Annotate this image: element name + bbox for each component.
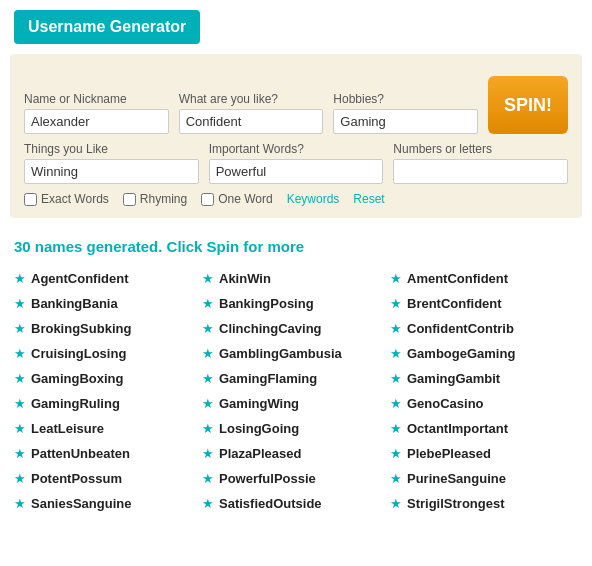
list-item: ★GamingWing [202,394,390,413]
one-word-checkbox[interactable] [201,193,214,206]
list-item: ★ClinchingCaving [202,319,390,338]
reset-link[interactable]: Reset [353,192,384,206]
list-item: ★PlebePleased [390,444,578,463]
options-row: Exact Words Rhyming One Word Keywords Re… [24,192,568,206]
field-important: Important Words? [209,142,384,184]
name-text[interactable]: PurineSanguine [407,471,506,486]
star-icon: ★ [14,496,26,511]
name-text[interactable]: CruisingLosing [31,346,126,361]
list-item: ★BankingBania [14,294,202,313]
star-icon: ★ [390,421,402,436]
list-item: ★LeatLeisure [14,419,202,438]
like-input[interactable] [179,109,324,134]
name-text[interactable]: GamingGambit [407,371,500,386]
name-text[interactable]: PotentPossum [31,471,122,486]
star-icon: ★ [202,471,214,486]
results-count: 30 names generated. Click Spin for more [14,238,578,255]
name-text[interactable]: PlebePleased [407,446,491,461]
name-text[interactable]: ConfidentContrib [407,321,514,336]
star-icon: ★ [202,296,214,311]
list-item: ★LosingGoing [202,419,390,438]
name-text[interactable]: GamingRuling [31,396,120,411]
things-input[interactable] [24,159,199,184]
name-text[interactable]: SatisfiedOutside [219,496,322,511]
name-text[interactable]: BankingBania [31,296,118,311]
name-text[interactable]: PowerfulPossie [219,471,316,486]
name-text[interactable]: OctantImportant [407,421,508,436]
star-icon: ★ [202,346,214,361]
star-icon: ★ [390,346,402,361]
rhyming-option[interactable]: Rhyming [123,192,187,206]
star-icon: ★ [14,346,26,361]
list-item: ★AgentConfident [14,269,202,288]
name-text[interactable]: LeatLeisure [31,421,104,436]
app-header: Username Generator [14,10,200,44]
field-numbers: Numbers or letters [393,142,568,184]
spin-button[interactable]: SPIN! [488,76,568,134]
name-text[interactable]: LosingGoing [219,421,299,436]
name-text[interactable]: AgentConfident [31,271,128,286]
name-input[interactable] [24,109,169,134]
list-item: ★SaniesSanguine [14,494,202,513]
list-item: ★PlazaPleased [202,444,390,463]
numbers-input[interactable] [393,159,568,184]
list-item: ★BankingPosing [202,294,390,313]
name-text[interactable]: PlazaPleased [219,446,301,461]
name-text[interactable]: BrokingSubking [31,321,131,336]
star-icon: ★ [390,371,402,386]
name-text[interactable]: ClinchingCaving [219,321,322,336]
star-icon: ★ [14,271,26,286]
field-things: Things you Like [24,142,199,184]
star-icon: ★ [390,321,402,336]
name-text[interactable]: BrentConfident [407,296,502,311]
one-word-label: One Word [218,192,272,206]
list-item: ★GambogeGaming [390,344,578,363]
field-name-label: Name or Nickname [24,92,169,106]
star-icon: ★ [14,421,26,436]
star-icon: ★ [390,446,402,461]
field-important-label: Important Words? [209,142,384,156]
exact-words-option[interactable]: Exact Words [24,192,109,206]
list-item: ★GenoCasino [390,394,578,413]
name-text[interactable]: GenoCasino [407,396,484,411]
name-text[interactable]: BankingPosing [219,296,314,311]
one-word-option[interactable]: One Word [201,192,272,206]
name-text[interactable]: GamingBoxing [31,371,123,386]
field-name: Name or Nickname [24,92,169,134]
list-item: ★PowerfulPossie [202,469,390,488]
list-item: ★GamingFlaming [202,369,390,388]
results-section: 30 names generated. Click Spin for more … [0,218,592,523]
name-text[interactable]: GamblingGambusia [219,346,342,361]
star-icon: ★ [390,271,402,286]
rhyming-checkbox[interactable] [123,193,136,206]
keywords-link[interactable]: Keywords [287,192,340,206]
names-grid: ★AgentConfident★AkinWin★AmentConfident★B… [14,269,578,513]
name-text[interactable]: StrigilStrongest [407,496,505,511]
list-item: ★GamingGambit [390,369,578,388]
star-icon: ★ [202,396,214,411]
field-hobbies: Hobbies? [333,92,478,134]
rhyming-label: Rhyming [140,192,187,206]
name-text[interactable]: GambogeGaming [407,346,515,361]
name-text[interactable]: GamingFlaming [219,371,317,386]
hobbies-input[interactable] [333,109,478,134]
star-icon: ★ [14,396,26,411]
list-item: ★AmentConfident [390,269,578,288]
name-text[interactable]: PattenUnbeaten [31,446,130,461]
form-row-2: Things you Like Important Words? Numbers… [24,142,568,184]
list-item: ★GamingRuling [14,394,202,413]
list-item: ★GamblingGambusia [202,344,390,363]
field-hobbies-label: Hobbies? [333,92,478,106]
star-icon: ★ [390,396,402,411]
name-text[interactable]: GamingWing [219,396,299,411]
name-text[interactable]: AkinWin [219,271,271,286]
important-input[interactable] [209,159,384,184]
star-icon: ★ [202,496,214,511]
name-text[interactable]: SaniesSanguine [31,496,131,511]
list-item: ★OctantImportant [390,419,578,438]
exact-words-checkbox[interactable] [24,193,37,206]
star-icon: ★ [390,496,402,511]
star-icon: ★ [202,446,214,461]
star-icon: ★ [14,296,26,311]
name-text[interactable]: AmentConfident [407,271,508,286]
